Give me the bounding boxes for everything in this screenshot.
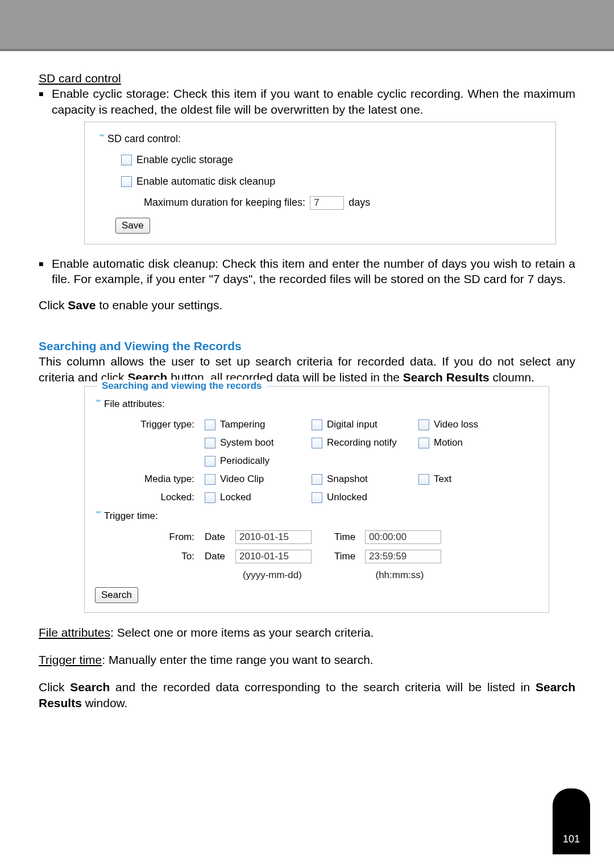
trigger-type-label: Trigger type: <box>95 418 205 431</box>
search-button[interactable]: Search <box>95 587 138 603</box>
row-max-duration: Maximum duration for keeping files: 7 da… <box>144 196 542 210</box>
label-motion: Motion <box>434 437 463 449</box>
checkbox-snapshot[interactable] <box>312 474 322 485</box>
row-enable-cyclic: Enable cyclic storage <box>121 153 542 167</box>
searching-records-box: Searching and viewing the records ˅˅ Fil… <box>84 386 549 613</box>
label-max-duration: Maximum duration for keeping files: <box>144 196 305 209</box>
footer-mid: and the recorded data corresponding to t… <box>110 680 536 693</box>
save-button[interactable]: Save <box>115 218 150 234</box>
footer-bold-search: Search <box>70 680 110 693</box>
label-text: Text <box>434 473 451 485</box>
file-attributes-note: File attributes: Select one or more item… <box>39 625 575 640</box>
bullet-square-icon: ■ <box>39 86 52 117</box>
trigger-type-row-3: Periodically <box>95 455 538 467</box>
input-to-time[interactable]: 23:59:59 <box>365 550 441 563</box>
label-video-loss: Video loss <box>434 418 478 431</box>
sd-card-control-title: SD card control <box>39 70 575 86</box>
click-save-paragraph: Click Save to enable your settings. <box>39 297 575 313</box>
time-format-hint: (hh:mm:ss) <box>363 569 437 582</box>
label-tampering: Tampering <box>220 418 265 431</box>
click-save-bold: Save <box>68 298 96 312</box>
format-hints-row: (yyyy-mm-dd) (hh:mm:ss) <box>95 569 538 582</box>
intro-post: cloumn. <box>489 371 534 384</box>
media-type-label: Media type: <box>95 473 205 485</box>
trigger-time-label: Trigger time: <box>104 510 158 522</box>
checkbox-locked[interactable] <box>205 492 215 503</box>
from-label: From: <box>95 531 205 543</box>
input-from-date[interactable]: 2010-01-15 <box>235 530 312 544</box>
label-auto-cleanup: Enable automatic disk cleanup <box>136 175 275 188</box>
bullet-cyclic-storage: ■ Enable cyclic storage: Check this item… <box>39 86 575 117</box>
locked-label: Locked: <box>95 491 205 504</box>
checkbox-cyclic-storage[interactable] <box>121 155 132 165</box>
footer-paragraph: Click Search and the recorded data corre… <box>39 679 575 711</box>
label-days-unit: days <box>349 196 370 209</box>
sd-box-header: ˅˅ SD card control: <box>98 132 542 146</box>
label-periodically: Periodically <box>220 455 269 467</box>
input-max-duration-days[interactable]: 7 <box>310 196 344 210</box>
footer-post: window. <box>82 696 128 709</box>
chevron-down-icon[interactable]: ˅˅ <box>95 510 99 522</box>
label-cyclic-storage: Enable cyclic storage <box>136 153 233 167</box>
intro-bold-results: Search Results <box>403 371 489 384</box>
file-attributes-underline: File attributes <box>39 626 110 639</box>
bullet-cyclic-text: Enable cyclic storage: Check this item i… <box>52 86 575 117</box>
chevron-down-icon[interactable]: ˅˅ <box>95 398 99 410</box>
input-from-time[interactable]: 00:00:00 <box>365 530 441 544</box>
label-locked: Locked <box>220 491 251 504</box>
label-recording-notify: Recording notify <box>327 437 397 449</box>
document-page: SD card control ■ Enable cyclic storage:… <box>0 0 614 868</box>
date-word: Date <box>205 531 232 543</box>
label-snapshot: Snapshot <box>327 473 368 485</box>
to-row: To: Date 2010-01-15 Time 23:59:59 <box>95 550 538 563</box>
to-label: To: <box>95 550 205 563</box>
trigger-time-rest: : Manually enter the time range you want… <box>102 653 373 666</box>
checkbox-tampering[interactable] <box>205 420 215 430</box>
top-grey-bar <box>0 0 614 51</box>
media-type-row: Media type: Video Clip Snapshot Text <box>95 473 538 485</box>
label-video-clip: Video Clip <box>220 473 264 485</box>
checkbox-video-clip[interactable] <box>205 474 215 485</box>
bullet-auto-cleanup: ■ Enable automatic disk cleanup: Check t… <box>39 256 575 287</box>
time-word: Time <box>334 550 362 563</box>
checkbox-video-loss[interactable] <box>418 420 429 430</box>
checkbox-text[interactable] <box>418 474 429 485</box>
file-attributes-header: ˅˅ File attributes: <box>95 398 538 410</box>
trigger-time-header: ˅˅ Trigger time: <box>95 510 538 522</box>
page-content: SD card control ■ Enable cyclic storage:… <box>0 51 614 711</box>
file-attributes-label: File attributes: <box>104 398 165 410</box>
trigger-time-note: Trigger time: Manually enter the time ra… <box>39 652 575 667</box>
bullet-cleanup-text: Enable automatic disk cleanup: Check thi… <box>52 256 575 287</box>
date-word: Date <box>205 550 232 563</box>
label-digital-input: Digital input <box>327 418 377 431</box>
sd-box-header-label: SD card control: <box>107 132 181 146</box>
checkbox-periodically[interactable] <box>205 456 215 467</box>
input-to-date[interactable]: 2010-01-15 <box>235 550 312 563</box>
row-save-btn: Save <box>115 218 542 234</box>
file-attributes-rest: : Select one or more items as your searc… <box>110 626 374 639</box>
label-unlocked: Unlocked <box>327 491 367 504</box>
checkbox-unlocked[interactable] <box>312 492 322 503</box>
checkbox-auto-cleanup[interactable] <box>121 176 132 187</box>
from-row: From: Date 2010-01-15 Time 00:00:00 <box>95 530 538 544</box>
sd-card-control-box: ˅˅ SD card control: Enable cyclic storag… <box>84 122 556 244</box>
searching-heading: Searching and Viewing the Records <box>39 338 575 354</box>
bullet-square-icon: ■ <box>39 256 52 287</box>
checkbox-recording-notify[interactable] <box>312 438 322 448</box>
row-enable-cleanup: Enable automatic disk cleanup <box>121 175 542 188</box>
date-format-hint: (yyyy-mm-dd) <box>235 569 309 582</box>
trigger-time-underline: Trigger time <box>39 653 102 666</box>
search-btn-row: Search <box>95 587 538 603</box>
trigger-type-row-1: Trigger type: Tampering Digital input Vi… <box>95 418 538 431</box>
checkbox-digital-input[interactable] <box>312 420 322 430</box>
page-number: 101 <box>563 833 580 845</box>
checkbox-motion[interactable] <box>418 438 429 448</box>
footer-pre: Click <box>39 680 70 693</box>
label-system-boot: System boot <box>220 437 274 449</box>
checkbox-system-boot[interactable] <box>205 438 215 448</box>
click-save-post: to enable your settings. <box>96 298 222 312</box>
trigger-type-row-2: System boot Recording notify Motion <box>95 437 538 449</box>
page-number-badge: 101 <box>553 788 590 854</box>
fieldset-legend: Searching and viewing the records <box>97 380 267 392</box>
chevron-down-icon[interactable]: ˅˅ <box>98 133 103 145</box>
